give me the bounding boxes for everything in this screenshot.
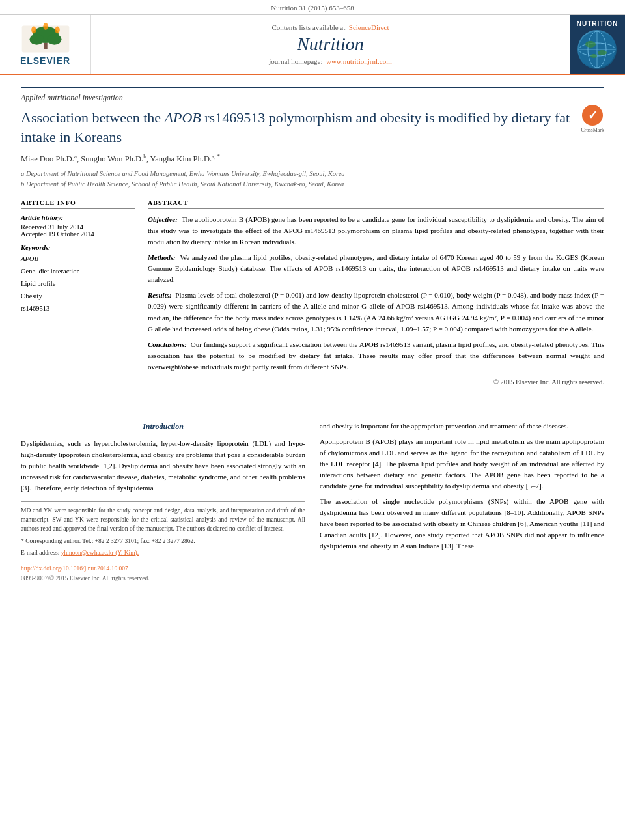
doi-link[interactable]: http://dx.doi.org/10.1016/j.nut.2014.10.… — [21, 564, 305, 574]
article-content: Applied nutritional investigation Associ… — [0, 75, 625, 399]
objective-text: The apolipoprotein B (APOB) gene has bee… — [148, 216, 604, 245]
elsevier-tree-icon — [16, 23, 75, 55]
abstract-col: Abstract Objective: The apolipoprotein B… — [148, 199, 604, 387]
svg-point-5 — [31, 26, 36, 33]
journal-title: Nutrition — [297, 34, 364, 55]
footer-links: http://dx.doi.org/10.1016/j.nut.2014.10.… — [21, 564, 305, 583]
body-content: Introduction Dyslipidemias, such as hype… — [0, 421, 625, 596]
keyword-obesity: Obesity — [21, 290, 135, 303]
svg-point-14 — [598, 50, 607, 55]
objective-label: Objective: — [148, 216, 178, 223]
crossmark-svg: ✓ — [582, 105, 603, 126]
svg-point-2 — [29, 34, 44, 44]
globe-svg — [577, 30, 617, 69]
svg-rect-4 — [44, 43, 47, 49]
footnotes: MD and YK were responsible for the study… — [21, 501, 305, 557]
author3: Yangha Kim Ph.D. — [150, 155, 212, 164]
author1: Miae Doo Ph.D. — [21, 155, 74, 164]
footnote-corresponding: * Corresponding author. Tel.: +82 2 3277… — [21, 537, 305, 546]
methods-label: Methods: — [148, 253, 176, 261]
intro-col2-p3: The association of single nucleotide pol… — [320, 496, 604, 552]
svg-point-6 — [43, 23, 48, 30]
journal-center: Contents lists available at ScienceDirec… — [91, 15, 570, 74]
affiliation-b: b Department of Public Health Science, S… — [21, 179, 604, 190]
title-crossmark-row: Association between the APOB rs1469513 p… — [21, 108, 604, 153]
footnote-1: MD and YK were responsible for the study… — [21, 506, 305, 534]
elsevier-logo: ELSEVIER — [16, 23, 75, 66]
email-link[interactable]: yhmoon@ewha.ac.kr (Y. Kim). — [61, 550, 139, 556]
affiliations: a Department of Nutritional Science and … — [21, 169, 604, 191]
abstract-methods: Methods: We analyzed the plasma lipid pr… — [148, 252, 604, 285]
svg-point-13 — [585, 41, 596, 48]
author2: Sungho Won Ph.D. — [81, 155, 143, 164]
elsevier-logo-section: ELSEVIER — [0, 15, 91, 74]
journal-homepage: journal homepage: www.nutritionjrnl.com — [269, 57, 391, 65]
conclusions-label: Conclusions: — [148, 341, 187, 348]
globe-icon — [577, 30, 617, 69]
article-info-heading: Article Info — [21, 199, 135, 209]
body-col-right: and obesity is important for the appropr… — [320, 421, 604, 583]
intro-p1: Dyslipidemias, such as hypercholesterole… — [21, 438, 305, 494]
intro-col2-p1: and obesity is important for the appropr… — [320, 421, 604, 432]
email-label: E-mail address: — [21, 550, 59, 556]
keyword-lipid: Lipid profile — [21, 278, 135, 290]
svg-text:✓: ✓ — [588, 109, 598, 122]
abstract-results: Results: Plasma levels of total choleste… — [148, 290, 604, 334]
page: Nutrition 31 (2015) 653–658 — [0, 0, 625, 840]
keyword-apob: APOB — [21, 253, 135, 266]
article-info-col: Article Info Article history: Received 3… — [21, 199, 135, 387]
conclusions-text: Our findings support a significant assoc… — [148, 341, 604, 371]
nutrition-badge-section: NUTRITION — [570, 15, 625, 74]
received-date: Received 31 July 2014 — [21, 223, 135, 231]
elsevier-text: ELSEVIER — [20, 55, 70, 66]
methods-text: We analyzed the plasma lipid profiles, o… — [148, 253, 604, 283]
keyword-gene-diet: Gene–diet interaction — [21, 266, 135, 278]
svg-point-15 — [590, 54, 597, 58]
svg-point-3 — [47, 34, 61, 44]
title-gene: APOB — [165, 109, 201, 126]
body-col-left: Introduction Dyslipidemias, such as hype… — [21, 421, 305, 583]
article-type: Applied nutritional investigation — [21, 87, 604, 103]
corresponding-text: * Corresponding author. Tel.: +82 2 3277… — [21, 538, 195, 544]
svg-point-7 — [55, 26, 59, 33]
results-label: Results: — [148, 291, 172, 299]
title-part1: Association between the — [21, 109, 165, 126]
authors-line: Miae Doo Ph.D.a, Sungho Won Ph.D.b, Yang… — [21, 153, 604, 164]
keyword-rs: rs1469513 — [21, 303, 135, 315]
article-history-label: Article history: — [21, 214, 135, 221]
introduction-title: Introduction — [21, 421, 305, 433]
journal-banner: ELSEVIER Contents lists available at Sci… — [0, 15, 625, 75]
abstract-copyright: © 2015 Elsevier Inc. All rights reserved… — [148, 377, 604, 387]
body-two-col: Introduction Dyslipidemias, such as hype… — [21, 421, 604, 583]
article-main-title: Association between the APOB rs1469513 p… — [21, 108, 573, 147]
issn-line: 0899-9007/© 2015 Elsevier Inc. All right… — [21, 574, 305, 583]
affiliation-a: a Department of Nutritional Science and … — [21, 169, 604, 180]
results-text: Plasma levels of total cholesterol (P = … — [148, 291, 604, 332]
abstract-text: Objective: The apolipoprotein B (APOB) g… — [148, 214, 604, 387]
crossmark-section: ✓ CrossMark — [581, 105, 604, 133]
article-received: Received 31 July 2014 Accepted 19 Octobe… — [21, 223, 135, 238]
sciencedirect-prefix: Contents lists available at — [272, 23, 346, 31]
accepted-date: Accepted 19 October 2014 — [21, 231, 135, 238]
crossmark-icon[interactable]: ✓ — [582, 105, 603, 126]
crossmark-label: CrossMark — [581, 127, 604, 133]
abstract-heading: Abstract — [148, 199, 604, 209]
abstract-conclusions: Conclusions: Our findings support a sign… — [148, 339, 604, 372]
journal-ref: Nutrition 31 (2015) 653–658 — [271, 4, 354, 12]
journal-reference-bar: Nutrition 31 (2015) 653–658 — [0, 0, 625, 15]
intro-col2-p2: Apolipoprotein B (APOB) plays an importa… — [320, 436, 604, 492]
keywords-list: APOB Gene–diet interaction Lipid profile… — [21, 253, 135, 315]
homepage-link[interactable]: www.nutritionjrnl.com — [326, 57, 392, 65]
crossmark-badge: ✓ CrossMark — [581, 105, 604, 133]
footnote-email: E-mail address: yhmoon@ewha.ac.kr (Y. Ki… — [21, 548, 305, 557]
badge-title: NUTRITION — [577, 20, 618, 27]
section-divider — [0, 410, 625, 410]
sciencedirect-link[interactable]: ScienceDirect — [349, 23, 389, 31]
abstract-objective: Objective: The apolipoprotein B (APOB) g… — [148, 214, 604, 247]
sciencedirect-line: Contents lists available at ScienceDirec… — [272, 23, 389, 31]
info-abstract-cols: Article Info Article history: Received 3… — [21, 199, 604, 387]
keywords-label: Keywords: — [21, 244, 135, 251]
homepage-prefix: journal homepage: — [269, 57, 322, 65]
nutrition-badge: NUTRITION — [573, 16, 622, 73]
